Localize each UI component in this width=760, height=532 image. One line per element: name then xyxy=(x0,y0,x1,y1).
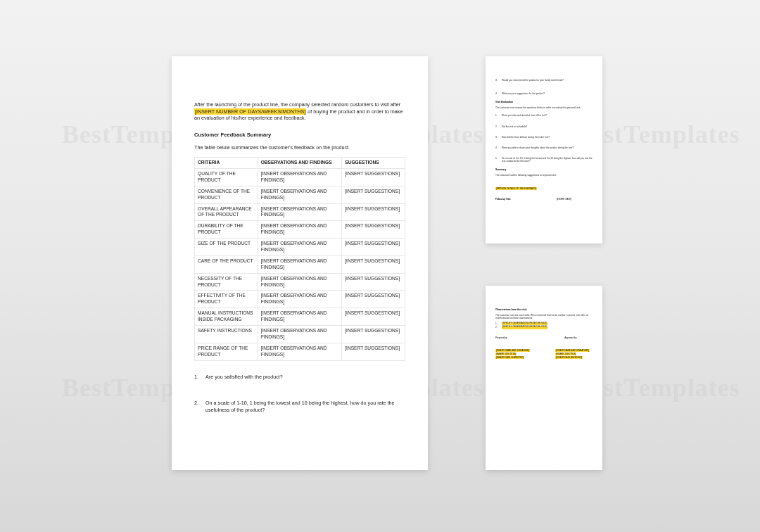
table-cell: [INSERT OBSERVATIONS AND FINDINGS] xyxy=(258,326,342,343)
p3-sig2-date: [INSERT DATE RECEIVED] xyxy=(555,356,583,359)
table-cell: [INSERT OBSERVATIONS AND FINDINGS] xyxy=(258,203,342,221)
p2-subtext: The customer must answer the questions b… xyxy=(495,106,593,109)
table-cell: [INSERT OBSERVATIONS AND FINDINGS] xyxy=(258,343,342,360)
q1-text: Are you satisfied with the product? xyxy=(205,374,283,381)
table-cell: SIZE OF THE PRODUCT xyxy=(195,239,258,256)
intro-paragraph: After the launching of the product line,… xyxy=(194,101,405,122)
p2-e3-num: 3. xyxy=(495,136,500,139)
table-cell: [INSERT SUGGESTIONS] xyxy=(342,255,405,273)
table-row: CONVENIENCE OF THE PRODUCT[INSERT OBSERV… xyxy=(195,186,405,203)
table-row: NECESSITY OF THE PRODUCT[INSERT OBSERVAT… xyxy=(195,273,405,291)
p2-e1-num: 1. xyxy=(495,114,500,117)
table-cell: CONVENIENCE OF THE PRODUCT xyxy=(195,186,258,203)
table-cell: [INSERT SUGGESTIONS] xyxy=(342,308,405,326)
p2-summary-highlight: [PROVIDE DETAILS OF THE FEEDBACK] xyxy=(495,187,537,190)
table-row: DURABILITY OF THE PRODUCT[INSERT OBSERVA… xyxy=(195,221,405,239)
p3-b2-text: [SPECIFY OBSERVATIONS FROM THE VISIT] xyxy=(502,326,547,329)
table-cell: [INSERT SUGGESTIONS] xyxy=(342,273,405,291)
table-cell: NECESSITY OF THE PRODUCT xyxy=(195,273,258,291)
p2-e4-text: Were you able to share your thoughts abo… xyxy=(502,146,574,149)
table-cell: [INSERT OBSERVATIONS AND FINDINGS] xyxy=(258,186,342,203)
p3-sig2-name: [INSERT NAME AND SIGNATURE] xyxy=(555,349,590,352)
table-cell: [INSERT OBSERVATIONS AND FINDINGS] xyxy=(258,273,342,291)
p2-summary-text: The customer had the following suggestio… xyxy=(495,174,593,177)
p2-e5: 5.On a scale of 1 to 10, 1 being the low… xyxy=(495,157,593,163)
table-row: EFFECTIVITY OF THE PRODUCT[INSERT OBSERV… xyxy=(195,291,405,308)
table-cell: [INSERT SUGGESTIONS] xyxy=(342,291,405,308)
p2-followup-label: Follow-up Visit: xyxy=(495,198,511,201)
table-row: MANUAL INSTRUCTIONS INSIDE PACKAGING[INS… xyxy=(195,308,405,326)
table-cell: [INSERT OBSERVATIONS AND FINDINGS] xyxy=(258,221,342,239)
th-observations: OBSERVATIONS AND FINDINGS xyxy=(258,158,342,169)
p2-summary-title: Summary xyxy=(495,168,593,171)
p2-e1: 1.Were you informed ahead of time of the… xyxy=(495,114,593,117)
table-cell: [INSERT SUGGESTIONS] xyxy=(342,186,405,203)
table-row: PRICE RANGE OF THE PRODUCT[INSERT OBSERV… xyxy=(195,343,405,360)
p3-b1-num: 1. xyxy=(495,322,500,325)
q1-num: 1. xyxy=(194,374,201,381)
table-intro: The table below summarizes the customer'… xyxy=(194,144,405,151)
table-row: SIZE OF THE PRODUCT[INSERT OBSERVATIONS … xyxy=(195,239,405,256)
p3-sig1-date: [INSERT DATE SUBMITTED] xyxy=(495,356,524,359)
p3-sig1-title: [INSERT JOB TITLE] xyxy=(495,353,517,355)
p2-q3-num: 3. xyxy=(495,79,500,82)
table-cell: [INSERT SUGGESTIONS] xyxy=(342,343,405,360)
p3-obs-title: Observations from the visit: xyxy=(495,308,593,311)
page-thumb-3: Observations from the visit: The custome… xyxy=(486,286,602,470)
page-main: After the launching of the product line,… xyxy=(172,56,428,470)
th-criteria: CRITERIA xyxy=(195,158,258,169)
q2-num: 2. xyxy=(194,400,201,413)
table-cell: PRICE RANGE OF THE PRODUCT xyxy=(195,343,258,360)
p3-sig-left: [INSERT NAME AND SIGNATURE] [INSERT JOB … xyxy=(495,349,530,360)
p3-obs-text: The customer visit was successful. We re… xyxy=(495,314,593,319)
table-cell: SAFETY INSTRUCTIONS xyxy=(195,326,258,343)
p2-e5-num: 5. xyxy=(495,157,500,163)
p3-prepared-label: Prepared by: xyxy=(495,336,507,339)
table-cell: DURABILITY OF THE PRODUCT xyxy=(195,221,258,239)
table-cell: [INSERT SUGGESTIONS] xyxy=(342,221,405,239)
table-header-row: CRITERIA OBSERVATIONS AND FINDINGS SUGGE… xyxy=(195,158,405,169)
p2-e2-text: Did the visit on schedule? xyxy=(502,125,527,128)
p2-e4-num: 4. xyxy=(495,146,500,149)
q2-text: On a scale of 1-10, 1 being the lowest a… xyxy=(205,400,405,413)
p2-e2: 2.Did the visit on schedule? xyxy=(495,125,593,128)
p2-q4: 4.What are your suggestions for the prod… xyxy=(495,92,593,95)
table-cell: [INSERT OBSERVATIONS AND FINDINGS] xyxy=(258,291,342,308)
table-row: QUALITY OF THE PRODUCT[INSERT OBSERVATIO… xyxy=(195,169,405,186)
feedback-table: CRITERIA OBSERVATIONS AND FINDINGS SUGGE… xyxy=(194,157,405,360)
table-cell: MANUAL INSTRUCTIONS INSIDE PACKAGING xyxy=(195,308,258,326)
p2-e3-text: How did the team behave during the entir… xyxy=(502,136,550,139)
p2-followup-value: [INSERT DATE] xyxy=(557,198,571,201)
p2-e5-text: On a scale of 1 to 10, 1 being the lowes… xyxy=(502,157,593,163)
table-cell: [INSERT OBSERVATIONS AND FINDINGS] xyxy=(258,308,342,326)
intro-highlight: [INSERT NUMBER OF DAYS/WEEKS/MONTHS] xyxy=(194,108,306,115)
p3-bullet-2: 2.[SPECIFY OBSERVATIONS FROM THE VISIT] xyxy=(495,326,593,329)
canvas: BestTemplates BestTemplates BestTemplate… xyxy=(0,0,760,532)
p3-sig-right: [INSERT NAME AND SIGNATURE] [INSERT JOB … xyxy=(555,349,590,360)
p2-followup-row: Follow-up Visit: [INSERT DATE] xyxy=(495,198,593,201)
section-title: Customer Feedback Summary xyxy=(194,132,405,139)
p2-e3: 3.How did the team behave during the ent… xyxy=(495,136,593,139)
p3-b2-num: 2. xyxy=(495,326,500,329)
p2-q4-num: 4. xyxy=(495,92,500,95)
p2-q3: 3.Would you recommend the product to you… xyxy=(495,79,593,82)
p3-approved-label: Approved by: xyxy=(564,336,577,339)
question-2: 2. On a scale of 1-10, 1 being the lowes… xyxy=(194,400,405,413)
table-cell: [INSERT SUGGESTIONS] xyxy=(342,239,405,256)
p2-e1-text: Were you informed ahead of time of the v… xyxy=(502,114,547,117)
table-cell: [INSERT SUGGESTIONS] xyxy=(342,169,405,186)
table-cell: [INSERT OBSERVATIONS AND FINDINGS] xyxy=(258,239,342,256)
p3-signature-block: [INSERT NAME AND SIGNATURE] [INSERT JOB … xyxy=(495,349,593,360)
table-cell: QUALITY OF THE PRODUCT xyxy=(195,169,258,186)
table-cell: OVERALL APPEARANCE OF THE PRODUCT xyxy=(195,203,258,221)
p3-sig2-title: [INSERT JOB TITLE] xyxy=(555,353,576,355)
p3-sig1-name: [INSERT NAME AND SIGNATURE] xyxy=(495,349,530,352)
table-cell: [INSERT OBSERVATIONS AND FINDINGS] xyxy=(258,169,342,186)
question-1: 1. Are you satisfied with the product? xyxy=(194,374,405,381)
table-row: OVERALL APPEARANCE OF THE PRODUCT[INSERT… xyxy=(195,203,405,221)
page-thumb-2: 3.Would you recommend the product to you… xyxy=(486,56,602,243)
th-suggestions: SUGGESTIONS xyxy=(342,158,405,169)
table-row: CARE OF THE PRODUCT[INSERT OBSERVATIONS … xyxy=(195,255,405,273)
p2-e2-num: 2. xyxy=(495,125,500,128)
table-row: SAFETY INSTRUCTIONS[INSERT OBSERVATIONS … xyxy=(195,326,405,343)
